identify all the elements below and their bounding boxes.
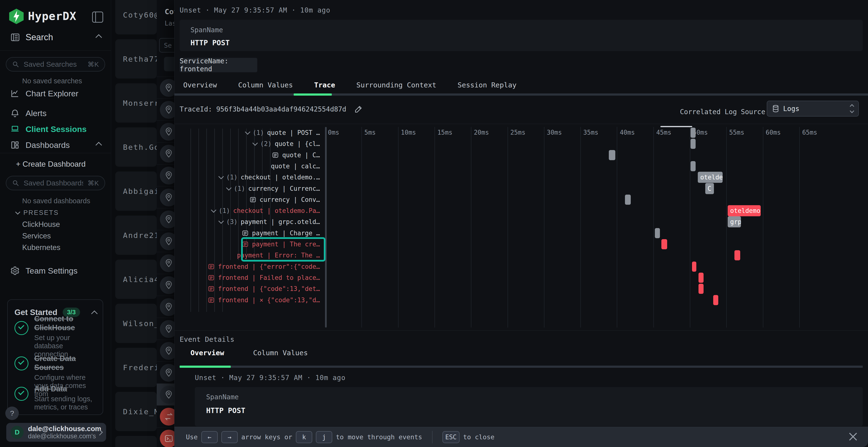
span-duration-bar[interactable]	[735, 250, 740, 260]
session-event-row[interactable]	[157, 318, 174, 340]
preset-item-services[interactable]: Services	[22, 232, 51, 240]
session-list-item[interactable]: Retha77@	[115, 39, 157, 78]
help-button[interactable]: ?	[5, 407, 19, 420]
session-event-row[interactable]	[157, 252, 174, 274]
chevron-down-icon[interactable]	[211, 207, 217, 213]
trace-span-row[interactable]: (2)quote | {cl…	[180, 138, 323, 149]
session-event-row[interactable]	[157, 208, 174, 230]
span-duration-bar[interactable]	[713, 295, 718, 305]
saved-dashboards-input[interactable]	[23, 179, 84, 187]
session-list-item[interactable]: Abbigail	[115, 171, 157, 211]
session-button-fragment[interactable]	[164, 57, 174, 71]
trace-span-row[interactable]: payment | Charge …	[180, 228, 323, 238]
chevron-down-icon[interactable]	[218, 174, 224, 179]
span-duration-bar[interactable]	[655, 228, 660, 238]
session-list-item[interactable]: Andre21@	[115, 215, 157, 255]
session-event-row[interactable]	[157, 340, 174, 362]
create-dashboard-button[interactable]: + Create Dashboard	[16, 160, 86, 169]
get-started-item[interactable]: Add DataStart sending logs, metrics, or …	[14, 384, 94, 411]
session-event-row[interactable]	[157, 383, 174, 405]
session-event-row[interactable]	[157, 99, 174, 121]
session-event-row[interactable]	[157, 164, 174, 186]
trace-span-row[interactable]: frontend | × {"code":13,"d…	[180, 295, 323, 305]
span-duration-bar[interactable]: C	[705, 183, 714, 194]
user-menu[interactable]: D dale@clickhouse.com dale@clickhouse.co…	[6, 423, 106, 442]
session-event-row[interactable]	[157, 186, 174, 208]
close-icon[interactable]	[848, 431, 858, 442]
span-duration-bar[interactable]	[625, 195, 631, 205]
tab-surrounding-context[interactable]: Surrounding Context	[356, 81, 436, 89]
collapse-sidebar-icon[interactable]	[92, 11, 103, 23]
span-duration-bar[interactable]	[609, 150, 615, 160]
selected-span-highlight	[241, 237, 326, 262]
chart-mini-scrollbar[interactable]	[660, 126, 692, 127]
session-event-row[interactable]	[157, 362, 174, 383]
presets-header[interactable]: PRESETS	[16, 209, 59, 216]
chevron-down-icon[interactable]	[245, 129, 250, 135]
get-started-item[interactable]: Connect to ClickHouseSet up your databas…	[14, 314, 94, 358]
session-event-row[interactable]	[157, 296, 174, 318]
trace-span-row[interactable]: frontend | {"code":13,"det…	[180, 283, 323, 294]
sidebar-item-dashboards[interactable]: Dashboards	[10, 140, 70, 150]
span-duration-bar[interactable]	[699, 284, 704, 294]
event-details-tab-overview[interactable]: Overview	[190, 349, 224, 357]
trace-span-row[interactable]: quote | C…	[180, 150, 323, 161]
span-duration-bar[interactable]	[690, 139, 695, 149]
tab-trace[interactable]: Trace	[314, 81, 335, 89]
preset-item-clickhouse[interactable]: ClickHouse	[22, 220, 60, 229]
session-list-item[interactable]: Monserra	[115, 83, 157, 123]
event-details-tab-column-values[interactable]: Column Values	[253, 349, 308, 357]
saved-searches-search[interactable]: ⌘K	[6, 57, 105, 72]
sidebar-item-team-settings[interactable]: Team Settings	[10, 266, 78, 276]
trace-span-row[interactable]: currency | Conv…	[180, 194, 323, 205]
sidebar-item-client-sessions[interactable]: Client Sessions	[10, 124, 87, 134]
trace-span-row[interactable]: (1)checkout | oteldemo.…	[180, 172, 323, 182]
span-duration-bar[interactable]	[690, 161, 695, 171]
session-event-row[interactable]	[157, 77, 174, 99]
span-duration-bar[interactable]: grp	[728, 216, 741, 227]
tab-overview[interactable]: Overview	[183, 81, 217, 89]
session-event-row[interactable]	[157, 121, 174, 142]
span-duration-bar[interactable]	[661, 239, 667, 249]
saved-searches-input[interactable]	[23, 60, 84, 69]
chevron-down-icon[interactable]	[218, 218, 224, 224]
session-event-row[interactable]	[157, 405, 174, 427]
sidebar-item-alerts[interactable]: Alerts	[10, 108, 46, 118]
trace-span-row[interactable]: frontend | {"error":{"code…	[180, 261, 323, 272]
session-event-row[interactable]	[157, 230, 174, 252]
chevron-down-icon[interactable]	[226, 185, 231, 191]
trace-span-row[interactable]: (1)currency | Currenc…	[180, 183, 323, 194]
span-duration-bar[interactable]	[699, 273, 704, 283]
log-source-select[interactable]: Logs	[767, 101, 859, 116]
chevron-up-icon[interactable]	[95, 34, 102, 41]
session-event-row[interactable]	[157, 274, 174, 296]
span-duration-bar[interactable]	[692, 262, 696, 272]
tab-column-values[interactable]: Column Values	[238, 81, 293, 89]
trace-span-row[interactable]: (1)quote | POST …	[180, 128, 323, 138]
service-name-chip[interactable]: ServiceName: frontend	[180, 58, 257, 72]
trace-span-row[interactable]: frontend | Failed to place…	[180, 272, 323, 283]
session-list-item[interactable]	[115, 436, 157, 447]
saved-dashboards-search[interactable]: ⌘K	[6, 176, 105, 190]
search-section-header[interactable]: Search	[10, 32, 53, 42]
trace-span-row[interactable]: quote | calc…	[180, 161, 323, 171]
trace-span-row[interactable]: (3)payment | grpc.oteld…	[180, 216, 323, 227]
span-duration-bar[interactable]: oteldemo.	[728, 205, 761, 216]
session-list-item[interactable]: Wilson_H	[115, 304, 157, 343]
session-event-row[interactable]	[157, 427, 174, 447]
span-duration-bar[interactable]: oteldemo.	[698, 172, 723, 183]
session-list-item[interactable]: Beth.Gol	[115, 128, 157, 167]
preset-item-kubernetes[interactable]: Kubernetes	[22, 243, 61, 252]
tab-session-replay[interactable]: Session Replay	[458, 81, 517, 89]
sidebar-item-chart-explorer[interactable]: Chart Explorer	[10, 89, 79, 98]
session-event-row[interactable]	[157, 142, 174, 164]
edit-pencil-icon[interactable]	[354, 105, 363, 113]
chevron-down-icon[interactable]	[252, 140, 258, 146]
session-list-item[interactable]: Alicia42	[115, 260, 157, 299]
session-list-item[interactable]: Frederic	[115, 348, 157, 387]
trace-span-row[interactable]: (1)checkout | oteldemo.Pa…	[180, 205, 323, 216]
session-list-item[interactable]: Dixie_Mc	[115, 392, 157, 431]
span-duration-bar[interactable]	[690, 128, 695, 138]
session-list-item[interactable]: Coty60@g	[115, 0, 157, 34]
session-search-fragment[interactable]: Se	[159, 38, 174, 53]
